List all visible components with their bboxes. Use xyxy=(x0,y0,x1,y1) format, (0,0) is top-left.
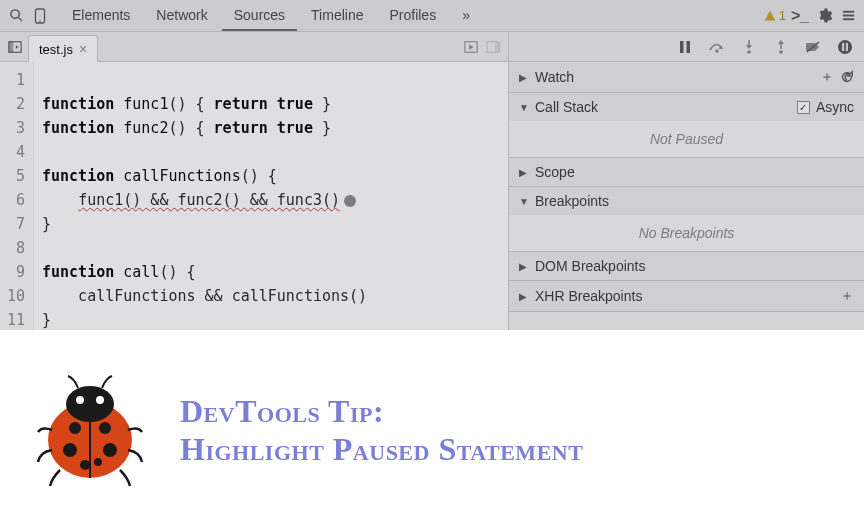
tab-network[interactable]: Network xyxy=(144,1,219,31)
watch-pane: ▶ Watch ＋ xyxy=(509,62,864,93)
tip-overlay: DevTools Tip: Highlight Paused Statement xyxy=(0,330,864,530)
tab-timeline[interactable]: Timeline xyxy=(299,1,375,31)
svg-point-29 xyxy=(63,443,77,457)
tab-overflow[interactable]: » xyxy=(450,1,482,31)
settings-gear-icon[interactable] xyxy=(814,6,834,26)
breakpoints-body: No Breakpoints xyxy=(509,215,864,251)
add-watch-icon[interactable]: ＋ xyxy=(820,68,834,86)
scope-title: Scope xyxy=(535,164,575,180)
callstack-body: Not Paused xyxy=(509,121,864,157)
svg-point-18 xyxy=(779,50,783,54)
svg-point-25 xyxy=(76,396,84,404)
svg-point-31 xyxy=(80,460,90,470)
callstack-pane: ▼ Call Stack ✓ Async Not Paused xyxy=(509,93,864,158)
xhr-breakpoints-title: XHR Breakpoints xyxy=(535,288,642,304)
watch-header[interactable]: ▶ Watch ＋ xyxy=(509,62,864,92)
svg-rect-8 xyxy=(9,41,13,52)
dom-breakpoints-header[interactable]: ▶ DOM Breakpoints xyxy=(509,252,864,280)
step-over-icon[interactable] xyxy=(708,38,726,56)
svg-rect-13 xyxy=(687,41,691,53)
collapse-icon: ▶ xyxy=(519,167,529,178)
dom-breakpoints-pane: ▶ DOM Breakpoints xyxy=(509,252,864,281)
step-into-icon[interactable] xyxy=(740,38,758,56)
main-toolbar: Elements Network Sources Timeline Profil… xyxy=(0,0,864,32)
svg-line-1 xyxy=(18,17,22,21)
svg-point-3 xyxy=(39,20,41,22)
svg-rect-11 xyxy=(495,41,499,52)
console-icon[interactable]: >_ xyxy=(790,6,810,26)
tip-line2: Highlight Paused Statement xyxy=(180,430,583,468)
deactivate-breakpoints-icon[interactable] xyxy=(804,38,822,56)
svg-point-20 xyxy=(838,40,852,54)
svg-point-24 xyxy=(66,386,114,422)
breakpoints-pane: ▼ Breakpoints No Breakpoints xyxy=(509,187,864,252)
tip-line1: DevTools Tip: xyxy=(180,392,583,430)
run-snippet-icon[interactable] xyxy=(462,38,480,56)
tab-elements[interactable]: Elements xyxy=(60,1,142,31)
drawer-icon[interactable] xyxy=(838,6,858,26)
expand-icon: ▼ xyxy=(519,102,529,113)
warning-count: 1 xyxy=(779,8,786,23)
svg-rect-12 xyxy=(680,41,684,53)
svg-point-27 xyxy=(69,422,81,434)
expand-icon: ▼ xyxy=(519,196,529,207)
svg-rect-5 xyxy=(842,15,853,17)
scope-header[interactable]: ▶ Scope xyxy=(509,158,864,186)
step-out-icon[interactable] xyxy=(772,38,790,56)
svg-point-28 xyxy=(99,422,111,434)
navigator-toggle-icon[interactable] xyxy=(6,38,24,56)
dom-breakpoints-title: DOM Breakpoints xyxy=(535,258,645,274)
breakpoints-title: Breakpoints xyxy=(535,193,609,209)
async-label: Async xyxy=(816,99,854,115)
svg-point-32 xyxy=(94,458,102,466)
file-tab-testjs[interactable]: test.js × xyxy=(28,35,98,62)
file-tab-label: test.js xyxy=(39,42,73,57)
collapse-icon: ▶ xyxy=(519,291,529,302)
xhr-breakpoints-pane: ▶ XHR Breakpoints ＋ xyxy=(509,281,864,312)
svg-rect-6 xyxy=(842,18,853,20)
watch-title: Watch xyxy=(535,69,574,85)
svg-point-26 xyxy=(96,396,104,404)
tip-text: DevTools Tip: Highlight Paused Statement xyxy=(180,392,583,469)
warning-badge[interactable]: 1 xyxy=(763,8,786,23)
close-tab-icon[interactable]: × xyxy=(79,41,87,57)
tab-profiles[interactable]: Profiles xyxy=(377,1,448,31)
pause-exceptions-icon[interactable] xyxy=(836,38,854,56)
collapse-icon: ▶ xyxy=(519,261,529,272)
svg-point-30 xyxy=(103,443,117,457)
add-xhr-icon[interactable]: ＋ xyxy=(840,287,854,305)
svg-point-16 xyxy=(747,50,751,54)
tab-sources[interactable]: Sources xyxy=(222,1,297,31)
callstack-header[interactable]: ▼ Call Stack ✓ Async xyxy=(509,93,864,121)
inline-warning-icon[interactable] xyxy=(344,195,356,207)
refresh-watch-icon[interactable] xyxy=(840,70,854,84)
async-checkbox[interactable]: ✓ xyxy=(797,101,810,114)
svg-point-14 xyxy=(715,49,719,53)
callstack-title: Call Stack xyxy=(535,99,598,115)
toggle-sidebar-icon[interactable] xyxy=(484,38,502,56)
xhr-breakpoints-header[interactable]: ▶ XHR Breakpoints ＋ xyxy=(509,281,864,311)
breakpoints-header[interactable]: ▼ Breakpoints xyxy=(509,187,864,215)
svg-point-0 xyxy=(10,10,18,18)
collapse-icon: ▶ xyxy=(519,72,529,83)
svg-rect-21 xyxy=(842,43,844,51)
file-tabbar: test.js × xyxy=(0,32,508,62)
panel-tabs: Elements Network Sources Timeline Profil… xyxy=(60,1,482,31)
debug-toolbar xyxy=(509,32,864,62)
device-icon[interactable] xyxy=(30,6,50,26)
svg-rect-4 xyxy=(842,11,853,13)
svg-rect-22 xyxy=(846,43,848,51)
ladybug-icon xyxy=(30,370,150,490)
search-icon[interactable] xyxy=(6,6,26,26)
scope-pane: ▶ Scope xyxy=(509,158,864,187)
pause-icon[interactable] xyxy=(676,38,694,56)
